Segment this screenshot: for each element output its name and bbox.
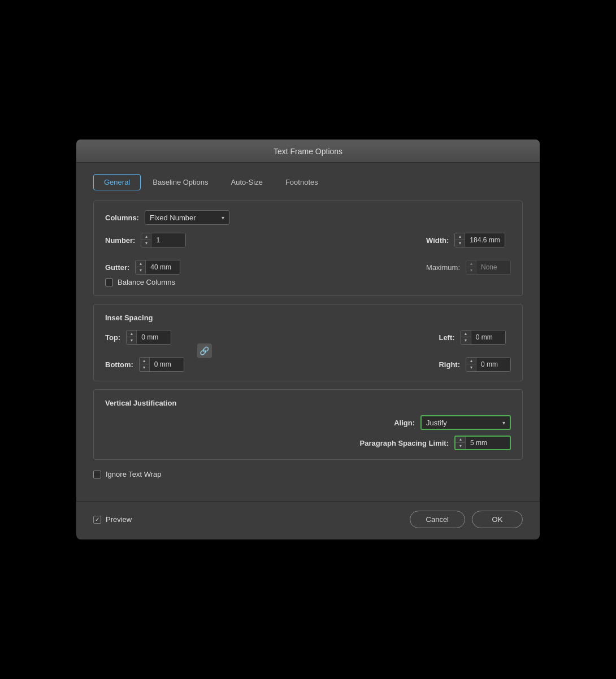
- ignore-text-wrap-row: Ignore Text Wrap: [93, 468, 523, 483]
- left-arrows[interactable]: ▴ ▾: [461, 330, 471, 344]
- number-arrow-down[interactable]: ▾: [141, 240, 151, 247]
- columns-label: Columns:: [105, 214, 139, 222]
- left-arrow-up[interactable]: ▴: [461, 330, 471, 337]
- text-frame-options-dialog: Text Frame Options General Baseline Opti…: [76, 140, 540, 539]
- balance-columns-checkbox[interactable]: [105, 278, 113, 286]
- top-arrow-down[interactable]: ▾: [127, 337, 136, 344]
- balance-columns-row: Balance Columns: [105, 278, 511, 286]
- tab-bar: General Baseline Options Auto-Size Footn…: [93, 174, 523, 190]
- align-row: Align: Justify ▾: [105, 415, 511, 430]
- tab-footnotes[interactable]: Footnotes: [275, 174, 329, 190]
- gutter-row: Gutter: ▴ ▾ 40 mm: [105, 260, 186, 275]
- preview-label: Preview: [106, 515, 132, 524]
- left-col: Number: ▴ ▾ 1 Gutter:: [105, 233, 186, 275]
- number-arrows[interactable]: ▴ ▾: [141, 233, 151, 247]
- inset-left: Top: ▴ ▾ 0 mm Bottom:: [105, 330, 184, 372]
- width-stepper[interactable]: ▴ ▾ 184.6 mm: [454, 233, 505, 247]
- gutter-arrows[interactable]: ▴ ▾: [136, 260, 146, 274]
- number-label: Number:: [105, 236, 135, 245]
- dialog-titlebar: Text Frame Options: [76, 140, 540, 163]
- footer-buttons: Cancel OK: [410, 511, 523, 528]
- right-arrow-down[interactable]: ▾: [466, 364, 476, 371]
- left-stepper[interactable]: ▴ ▾ 0 mm: [461, 330, 506, 345]
- right-arrow-up[interactable]: ▴: [466, 358, 476, 364]
- vj-title: Vertical Justification: [105, 399, 511, 407]
- preview-checkbox[interactable]: ✓: [93, 516, 101, 524]
- dialog-title: Text Frame Options: [274, 147, 342, 156]
- tab-auto-size[interactable]: Auto-Size: [220, 174, 274, 190]
- link-icon-container[interactable]: 🔗: [196, 342, 214, 360]
- bottom-arrows[interactable]: ▴ ▾: [140, 358, 150, 371]
- spacing-label: Paragraph Spacing Limit:: [360, 439, 449, 447]
- number-value: 1: [151, 233, 185, 247]
- width-label: Width:: [426, 236, 449, 245]
- width-arrow-down[interactable]: ▾: [455, 240, 465, 247]
- align-dropdown[interactable]: Justify ▾: [420, 415, 511, 430]
- inset-spacing-section: Inset Spacing Top: ▴ ▾ 0 mm: [93, 304, 523, 381]
- chevron-down-icon: ▾: [222, 215, 224, 221]
- align-chevron-icon: ▾: [502, 420, 505, 426]
- left-label: Left:: [439, 333, 454, 342]
- align-label: Align:: [394, 419, 415, 427]
- right-col: Width: ▴ ▾ 184.6 mm Maximum:: [426, 233, 511, 275]
- number-width-row: Number: ▴ ▾ 1 Gutter:: [105, 233, 511, 275]
- inset-content: Top: ▴ ▾ 0 mm Bottom:: [105, 330, 511, 372]
- link-icon[interactable]: 🔗: [197, 343, 212, 358]
- right-stepper[interactable]: ▴ ▾ 0 mm: [466, 357, 511, 372]
- gutter-arrow-down[interactable]: ▾: [136, 267, 145, 274]
- number-stepper[interactable]: ▴ ▾ 1: [141, 233, 186, 247]
- preview-row: ✓ Preview: [93, 515, 132, 524]
- bottom-label: Bottom:: [105, 360, 133, 369]
- columns-section: Columns: Fixed Number ▾ Number: ▴ ▾: [93, 201, 523, 296]
- width-arrows[interactable]: ▴ ▾: [455, 233, 465, 247]
- spacing-arrow-up[interactable]: ▴: [456, 437, 465, 443]
- right-arrows[interactable]: ▴ ▾: [466, 358, 476, 371]
- tab-baseline-options[interactable]: Baseline Options: [142, 174, 219, 190]
- ignore-text-wrap-checkbox[interactable]: [93, 471, 101, 478]
- top-label: Top:: [105, 333, 120, 342]
- checkmark-icon: ✓: [95, 516, 99, 523]
- right-value: 0 mm: [476, 358, 510, 371]
- maximum-label: Maximum:: [426, 263, 460, 272]
- spacing-stepper[interactable]: ▴ ▾ 5 mm: [454, 436, 511, 450]
- width-row: Width: ▴ ▾ 184.6 mm: [426, 233, 511, 247]
- top-arrows[interactable]: ▴ ▾: [127, 330, 137, 344]
- columns-dropdown[interactable]: Fixed Number ▾: [145, 210, 229, 225]
- balance-columns-label: Balance Columns: [118, 278, 175, 286]
- maximum-stepper[interactable]: ▴ ▾ None: [466, 260, 511, 275]
- left-row: Left: ▴ ▾ 0 mm: [439, 330, 511, 345]
- gutter-stepper[interactable]: ▴ ▾ 40 mm: [135, 260, 180, 275]
- maximum-arrows[interactable]: ▴ ▾: [466, 260, 476, 274]
- number-arrow-up[interactable]: ▴: [141, 233, 151, 240]
- top-row: Top: ▴ ▾ 0 mm: [105, 330, 184, 345]
- bottom-arrow-up[interactable]: ▴: [140, 358, 149, 364]
- bottom-arrow-down[interactable]: ▾: [140, 364, 149, 371]
- bottom-value: 0 mm: [150, 358, 184, 371]
- spacing-arrow-down[interactable]: ▾: [456, 443, 465, 449]
- width-value: 184.6 mm: [465, 233, 504, 247]
- bottom-row: Bottom: ▴ ▾ 0 mm: [105, 357, 184, 372]
- cancel-button[interactable]: Cancel: [410, 511, 465, 528]
- ok-button[interactable]: OK: [472, 511, 523, 528]
- maximum-row: Maximum: ▴ ▾ None: [426, 260, 511, 275]
- top-value: 0 mm: [137, 330, 171, 344]
- maximum-arrow-down[interactable]: ▾: [466, 267, 476, 274]
- tab-general[interactable]: General: [93, 174, 141, 190]
- top-stepper[interactable]: ▴ ▾ 0 mm: [126, 330, 171, 345]
- maximum-arrow-up[interactable]: ▴: [466, 260, 476, 267]
- ignore-text-wrap-label: Ignore Text Wrap: [106, 470, 162, 478]
- gutter-arrow-up[interactable]: ▴: [136, 260, 145, 267]
- inset-right: Left: ▴ ▾ 0 mm Right:: [439, 330, 511, 372]
- width-arrow-up[interactable]: ▴: [455, 233, 465, 240]
- gutter-value: 40 mm: [146, 260, 180, 274]
- right-row: Right: ▴ ▾ 0 mm: [439, 357, 511, 372]
- left-arrow-down[interactable]: ▾: [461, 337, 471, 344]
- top-arrow-up[interactable]: ▴: [127, 330, 136, 337]
- bottom-stepper[interactable]: ▴ ▾ 0 mm: [139, 357, 184, 372]
- spacing-arrows[interactable]: ▴ ▾: [456, 437, 466, 449]
- columns-row: Columns: Fixed Number ▾: [105, 210, 511, 225]
- vj-section: Vertical Justification Align: Justify ▾ …: [93, 389, 523, 460]
- align-dropdown-value: Justify: [426, 419, 447, 427]
- spacing-value: 5 mm: [466, 437, 500, 449]
- inset-spacing-title: Inset Spacing: [105, 314, 511, 322]
